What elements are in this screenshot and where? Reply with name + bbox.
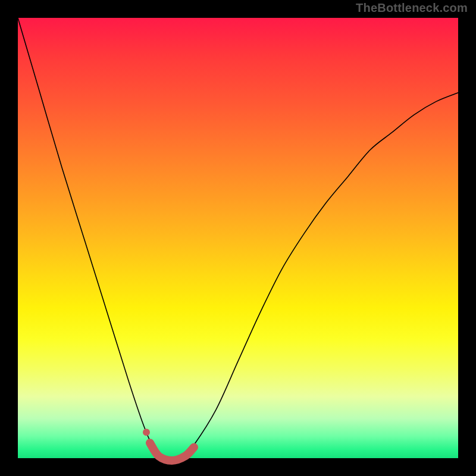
optimal-region-start-dot (143, 428, 150, 436)
watermark-text: TheBottleneck.com (356, 1, 468, 15)
plot-area (18, 18, 458, 458)
bottleneck-curve (18, 18, 458, 458)
chart-svg (18, 18, 458, 458)
optimal-region-highlight (150, 443, 194, 461)
chart-frame: TheBottleneck.com (0, 0, 476, 476)
